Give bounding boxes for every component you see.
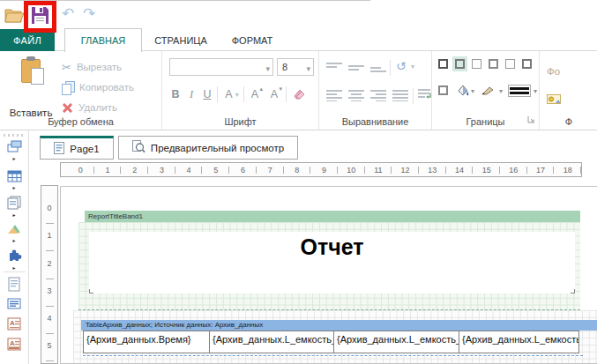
picture-icon <box>7 222 22 235</box>
border-color-icon[interactable] <box>481 83 496 99</box>
submenu-arrow-icon: ▸ <box>0 186 28 190</box>
font-color-button[interactable]: A ▾ <box>220 85 243 104</box>
bold-button[interactable]: B <box>168 85 183 104</box>
ruler-mark: 4 <box>175 163 203 176</box>
data-band-header[interactable]: TableАрхив_данных; Источник данных: Архи… <box>81 320 597 331</box>
chevron-down-icon[interactable]: ▾ <box>471 87 474 95</box>
text-block-icon <box>7 297 21 310</box>
ruler-mark: 10 <box>338 163 365 176</box>
align-middle-button[interactable] <box>348 62 364 73</box>
border-outside-button-selected[interactable] <box>452 56 467 71</box>
tab-format[interactable]: ФОРМАТ <box>220 29 285 51</box>
group-alignment: ↺ ▾ Выравнивание <box>319 51 432 130</box>
table-cell[interactable]: {Архив_данных.Время} <box>83 331 210 353</box>
border-bottom-button[interactable] <box>436 83 451 98</box>
toolbox-page-item[interactable] <box>0 277 28 295</box>
border-right-button[interactable] <box>519 56 534 71</box>
tab-preview[interactable]: Предварительный просмотр <box>118 136 298 160</box>
ruler-mark: 14 <box>446 163 474 176</box>
selection-corner-mark <box>89 289 93 293</box>
cut-label: Вырезать <box>77 62 122 72</box>
clear-format-icon[interactable] <box>293 87 307 103</box>
copy-button[interactable]: Копировать <box>62 78 134 96</box>
toolbox-table-tool[interactable]: ▸ <box>0 169 28 190</box>
toolbox-richtext2-item[interactable]: A <box>0 338 28 354</box>
chevron-down-icon[interactable]: ▾ <box>499 87 503 95</box>
undo-icon[interactable]: ↶ <box>62 4 74 23</box>
ruler-mark: 2 <box>121 163 148 176</box>
group-label-clipboard: Буфер обмена <box>0 116 161 127</box>
save-icon[interactable] <box>31 6 49 28</box>
ruler-mark: 0 <box>67 163 94 176</box>
toolbox-text-item[interactable] <box>0 297 28 314</box>
design-canvas[interactable]: ReportTitleBand1 Отчет TableАрхив_данных… <box>60 186 597 364</box>
ruler-mark: 11 <box>365 163 392 176</box>
toolbox-panel: ▸ ▸ ▸ ▸ <box>0 130 29 364</box>
ruler-mark: 5 <box>41 341 57 364</box>
border-top-button[interactable] <box>503 56 518 71</box>
open-icon[interactable] <box>4 8 25 26</box>
tab-home[interactable]: ГЛАВНАЯ <box>64 28 142 52</box>
background-icon[interactable] <box>547 93 562 108</box>
rich-text-alt-icon: A <box>7 338 21 351</box>
chevron-down-icon[interactable]: ▾ <box>306 61 310 77</box>
tab-page[interactable]: СТРАНИЦА <box>142 29 220 51</box>
chevron-down-icon[interactable]: ▾ <box>265 61 270 77</box>
toolbox-grip[interactable] <box>4 134 26 137</box>
align-bottom-button[interactable] <box>370 62 386 73</box>
group-clipboard: Вставить ✂ Вырезать Копировать Удалить Б… <box>0 51 162 130</box>
paste-button[interactable]: Вставить <box>4 55 58 120</box>
toolbox-components-addon-tool[interactable]: ▸ <box>0 249 28 271</box>
font-size-combobox[interactable]: 8 ▾ <box>277 58 314 76</box>
italic-button[interactable]: I <box>183 85 199 104</box>
svg-text:A: A <box>10 319 15 327</box>
rotate-text-icon[interactable]: ↺ <box>396 59 407 73</box>
triangle-up-icon: ▴ <box>259 85 263 93</box>
ruler-mark: 17 <box>527 163 555 176</box>
border-none-button[interactable] <box>469 56 484 71</box>
tab-page1[interactable]: Page1 <box>40 136 114 160</box>
table-icon <box>7 169 22 182</box>
align-right-button[interactable] <box>370 90 386 101</box>
border-left-button[interactable] <box>486 56 501 71</box>
shrink-font-letter: A <box>271 88 278 100</box>
chevron-down-icon[interactable]: ▾ <box>411 63 414 71</box>
underline-button[interactable]: U <box>199 85 215 104</box>
toolbox-components-tool[interactable]: ▸ <box>0 196 28 218</box>
align-top-button[interactable] <box>326 62 342 73</box>
border-style-button[interactable] <box>508 85 531 97</box>
border-all-button[interactable] <box>436 56 451 71</box>
toolbox-bands-tool[interactable]: ▸ <box>0 139 28 161</box>
table-cell[interactable]: {Архив_данных.L_емкость_3} <box>459 331 579 353</box>
partial-button-label[interactable]: Фо <box>547 66 560 77</box>
toolbox-picture-tool[interactable]: ▸ <box>0 222 28 243</box>
font-name-combobox[interactable]: ▾ <box>169 58 273 76</box>
align-justify-button[interactable] <box>392 90 408 101</box>
ruler-mark: 7 <box>257 163 284 176</box>
shrink-font-button[interactable]: A ▾ <box>266 85 282 104</box>
chevron-down-icon[interactable]: ▾ <box>534 87 537 95</box>
ruler-mark: 6 <box>229 163 257 176</box>
report-title-band-header[interactable]: ReportTitleBand1 <box>85 211 580 222</box>
ruler-mark: 3 <box>148 163 175 176</box>
ruler-mark: 3 <box>41 286 57 314</box>
redo-icon[interactable]: ↷ <box>83 4 95 23</box>
toolbox-richtext-item[interactable]: A <box>0 317 28 334</box>
fill-color-icon[interactable] <box>456 84 470 101</box>
word-wrap-icon[interactable] <box>418 88 432 105</box>
group-label-borders: Границы <box>432 116 539 127</box>
report-title-text-component[interactable]: Отчет <box>89 232 575 293</box>
align-center-button[interactable] <box>348 90 364 101</box>
ruler-mark: 2 <box>41 259 57 286</box>
separator <box>286 86 287 102</box>
separator <box>390 60 391 76</box>
separator <box>243 86 244 102</box>
tab-preview-label: Предварительный просмотр <box>151 143 284 153</box>
grow-font-button[interactable]: A ▴ <box>247 85 263 104</box>
cut-button[interactable]: ✂ Вырезать <box>62 58 122 76</box>
table-cell[interactable]: {Архив_данных.L_емкость_1} <box>209 331 334 353</box>
align-left-button[interactable] <box>326 90 342 101</box>
table-cell[interactable]: {Архив_данных.L_емкость_2} <box>333 331 459 353</box>
page-icon <box>54 142 64 156</box>
delete-button[interactable]: Удалить <box>62 99 117 116</box>
